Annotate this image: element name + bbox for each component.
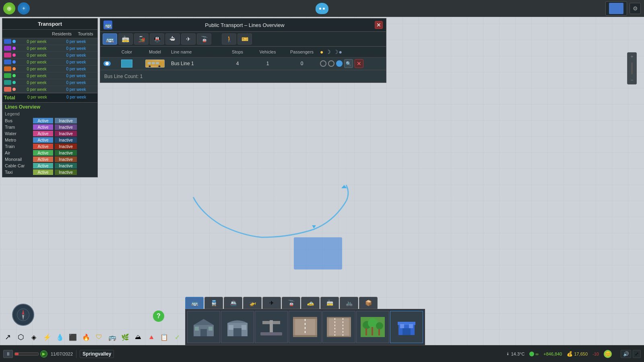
build-item-kiosk[interactable]	[390, 311, 423, 343]
legend-metro-inactive[interactable]: Inactive	[55, 137, 77, 143]
zoom-in-button[interactable]: +	[630, 54, 633, 60]
main-menu-button[interactable]: ⊕	[3, 2, 15, 14]
legend-taxi: Taxi Active Inactive	[5, 169, 95, 175]
tab-pedestrian[interactable]: 🚶	[222, 33, 236, 45]
tool-policies[interactable]: 📋	[159, 331, 169, 343]
build-item-park[interactable]	[356, 311, 389, 343]
tool-monument[interactable]: ⛰	[133, 331, 143, 343]
temperature-icon: 🌡	[506, 352, 510, 356]
tab-bus[interactable]: 🚌	[103, 33, 117, 45]
build-tab-ferry[interactable]: 🚢	[224, 297, 242, 309]
tab-tram[interactable]: 🚋	[118, 33, 133, 45]
build-tab-extra[interactable]: 📦	[359, 297, 378, 309]
play-button[interactable]: ▶	[40, 350, 47, 358]
tool-garbage[interactable]: ⬛	[68, 331, 78, 343]
legend-bus-inactive[interactable]: Inactive	[55, 118, 77, 123]
tab-cable[interactable]: 🚡	[197, 33, 211, 45]
tram-icon	[4, 46, 11, 51]
line-name[interactable]: Bus Line 1	[171, 61, 223, 66]
zoom-slider[interactable]: + −	[627, 52, 637, 84]
line-search-button[interactable]: 🔍	[344, 59, 353, 68]
build-tab-taxi[interactable]: 🚕	[301, 297, 320, 309]
build-item-road1[interactable]	[289, 311, 322, 343]
legend-water-label: Water	[5, 131, 33, 136]
build-item-stop[interactable]	[255, 311, 288, 343]
pause-button[interactable]: ⏸	[3, 350, 13, 358]
build-tab-plane[interactable]: ✈	[262, 297, 281, 309]
build-item-station[interactable]	[221, 311, 254, 343]
compass[interactable]	[12, 304, 34, 326]
stop-icon	[259, 317, 283, 337]
svg-rect-47	[400, 324, 404, 328]
legend-taxi-active[interactable]: Active	[33, 169, 53, 175]
legend-cablecar-inactive[interactable]: Inactive	[55, 163, 77, 169]
build-tab-helicopter[interactable]: 🚁	[243, 297, 262, 309]
legend-taxi-inactive[interactable]: Inactive	[55, 169, 77, 175]
legend-air-active[interactable]: Active	[33, 150, 53, 156]
tool-power[interactable]: ⚡	[41, 331, 52, 343]
tab-ferry[interactable]: ⛴	[165, 33, 180, 45]
legend-water-active[interactable]: Active	[33, 131, 53, 136]
legend-air-inactive[interactable]: Inactive	[55, 150, 77, 156]
svg-rect-23	[229, 325, 233, 330]
metro-tourists: 0 per week	[56, 60, 96, 64]
build-item-depot[interactable]	[187, 311, 220, 343]
build-tab-bike[interactable]: 🚲	[340, 297, 358, 309]
zoom-out-button[interactable]: −	[630, 77, 633, 83]
line-color[interactable]	[115, 60, 139, 68]
shortcuts-button[interactable]: +	[18, 2, 30, 14]
legend-water-inactive[interactable]: Inactive	[55, 131, 77, 136]
day-status[interactable]	[320, 60, 326, 67]
taxi-residents: 0 per week	[17, 87, 56, 92]
legend-monorail-active[interactable]: Active	[33, 156, 53, 162]
legend-train-active[interactable]: Active	[33, 144, 53, 149]
legend-monorail: Monorail Active Inactive	[5, 156, 95, 162]
build-tab-cable[interactable]: 🚡	[282, 297, 300, 309]
tool-zone[interactable]: ⬡	[15, 331, 26, 343]
legend-tram-active[interactable]: Active	[33, 124, 53, 130]
legend-cablecar-active[interactable]: Active	[33, 163, 53, 169]
tool-police[interactable]: 🛡	[94, 331, 104, 343]
legend-tram-inactive[interactable]: Inactive	[55, 124, 77, 130]
settings-button[interactable]: ⚙	[630, 3, 641, 14]
tab-train[interactable]: 🚂	[134, 33, 149, 45]
taxi-indicator	[12, 88, 16, 91]
legend-bus-active[interactable]: Active	[33, 118, 53, 123]
taxi-tourists: 0 per week	[56, 87, 96, 92]
build-tab-bus[interactable]: 🚌	[185, 297, 204, 309]
expand-button[interactable]: ⤢	[633, 350, 641, 358]
svg-rect-27	[260, 332, 282, 335]
audio-button[interactable]: 🔊	[621, 350, 631, 358]
tab-metro[interactable]: 🚇	[150, 33, 164, 45]
temperature-value: 14.3°C	[511, 352, 525, 356]
city-name: Springvalley	[83, 351, 111, 357]
help-button[interactable]: ?	[153, 311, 164, 322]
tool-water[interactable]: 💧	[55, 331, 65, 343]
legend-train-inactive[interactable]: Inactive	[55, 144, 77, 149]
build-item-road2[interactable]	[322, 311, 355, 343]
bus-indicator	[12, 40, 16, 43]
tool-check[interactable]: ✓	[172, 331, 183, 343]
tab-air[interactable]: ✈	[181, 33, 196, 45]
tool-beautification[interactable]: 🌿	[120, 331, 130, 343]
slider-track	[631, 62, 633, 74]
tab-ticket[interactable]: 🎫	[237, 33, 252, 45]
tool-road[interactable]: ↗	[2, 331, 13, 343]
night-status[interactable]	[328, 60, 334, 67]
legend-monorail-inactive[interactable]: Inactive	[55, 156, 77, 162]
tool-transport[interactable]: 🚌	[107, 331, 117, 343]
tool-disaster[interactable]: 🔺	[146, 331, 157, 343]
tool-district[interactable]: ◈	[29, 331, 39, 343]
line-delete-button[interactable]: ✕	[355, 59, 363, 68]
pt-close-button[interactable]: ✕	[375, 21, 383, 29]
tool-fire[interactable]: 🔥	[81, 331, 91, 343]
tool-icons-row: ↗ ⬡ ◈ ⚡ 💧 ⬛ 🔥 🛡 🚌 🌿 ⛰ 🔺 📋 ✓	[0, 329, 185, 345]
build-tab-tram[interactable]: 🚋	[320, 297, 339, 309]
compass-icon	[16, 308, 30, 322]
active-status[interactable]	[336, 60, 343, 67]
legend-metro-active[interactable]: Active	[33, 137, 53, 143]
line-visibility-toggle[interactable]	[103, 61, 115, 66]
noise-value: -10	[592, 352, 599, 356]
citizen-happiness-icon: 😊	[604, 350, 612, 358]
build-tab-metro[interactable]: 🚆	[204, 297, 223, 309]
